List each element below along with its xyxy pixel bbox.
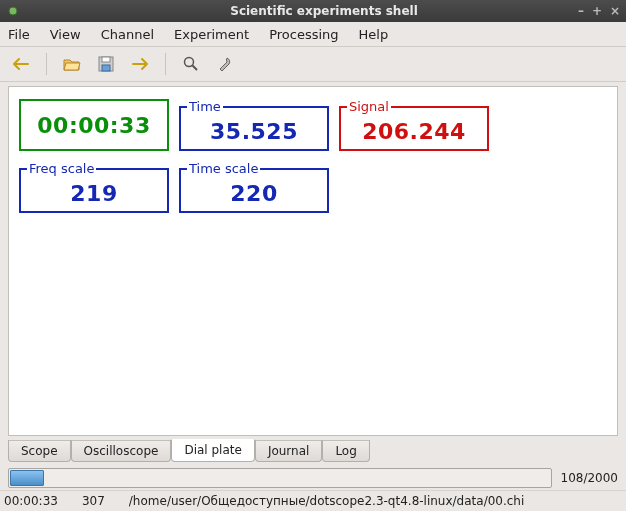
freq-scale-value: 219 (70, 181, 117, 206)
forward-button[interactable] (129, 53, 151, 75)
save-icon (98, 56, 114, 72)
status-time: 00:00:33 (4, 494, 58, 508)
zoom-button[interactable] (180, 53, 202, 75)
wrench-icon (217, 56, 233, 72)
menubar: File View Channel Experiment Processing … (0, 22, 626, 47)
titlebar: Scientific experiments shell – + × (0, 0, 626, 22)
freq-scale-readout: Freq scale 219 (19, 161, 169, 213)
menu-view[interactable]: View (50, 27, 81, 42)
svg-rect-2 (102, 57, 110, 62)
svg-point-4 (185, 58, 194, 67)
elapsed-readout: 00:00:33 (19, 99, 169, 151)
time-readout: Time 35.525 (179, 99, 329, 151)
timeline-thumb[interactable] (10, 470, 44, 486)
open-button[interactable] (61, 53, 83, 75)
tab-dial-plate[interactable]: Dial plate (171, 439, 254, 462)
svg-rect-3 (102, 65, 110, 71)
dial-plate-panel: 00:00:33 Time 35.525 Signal 206.244 Freq… (8, 86, 618, 435)
time-scale-value: 220 (230, 181, 277, 206)
timeline-scroll: 108/2000 (8, 466, 618, 490)
signal-readout: Signal 206.244 (339, 99, 489, 151)
signal-value: 206.244 (362, 119, 466, 144)
arrow-left-icon (12, 57, 30, 71)
time-label: Time (187, 99, 223, 114)
tab-journal[interactable]: Journal (255, 440, 323, 462)
menu-experiment[interactable]: Experiment (174, 27, 249, 42)
window-controls: – + × (578, 0, 620, 22)
statusbar: 00:00:33 307 /home/user/Общедоступные/do… (0, 490, 626, 511)
arrow-right-icon (131, 57, 149, 71)
close-button[interactable]: × (610, 4, 620, 18)
tab-scope[interactable]: Scope (8, 440, 71, 462)
status-path: /home/user/Общедоступные/dotscope2.3-qt4… (129, 494, 622, 508)
save-button[interactable] (95, 53, 117, 75)
app-icon (4, 5, 22, 17)
separator (165, 53, 166, 75)
app-window: Scientific experiments shell – + × File … (0, 0, 626, 511)
svg-line-5 (193, 66, 198, 71)
folder-open-icon (63, 56, 81, 72)
signal-label: Signal (347, 99, 391, 114)
magnifier-icon (183, 56, 199, 72)
elapsed-value: 00:00:33 (37, 113, 150, 138)
tab-log[interactable]: Log (322, 440, 369, 462)
freq-scale-label: Freq scale (27, 161, 96, 176)
tab-oscilloscope[interactable]: Oscilloscope (71, 440, 172, 462)
maximize-button[interactable]: + (592, 4, 602, 18)
tabbar: Scope Oscilloscope Dial plate Journal Lo… (8, 435, 618, 462)
status-count: 307 (82, 494, 105, 508)
time-scale-label: Time scale (187, 161, 260, 176)
menu-channel[interactable]: Channel (101, 27, 154, 42)
back-button[interactable] (10, 53, 32, 75)
menu-help[interactable]: Help (359, 27, 389, 42)
menu-processing[interactable]: Processing (269, 27, 338, 42)
toolbar (0, 47, 626, 82)
timeline-position: 108/2000 (558, 471, 618, 485)
menu-file[interactable]: File (8, 27, 30, 42)
time-scale-readout: Time scale 220 (179, 161, 329, 213)
timeline-track[interactable] (8, 468, 552, 488)
separator (46, 53, 47, 75)
time-value: 35.525 (210, 119, 298, 144)
tool-button[interactable] (214, 53, 236, 75)
svg-point-0 (9, 7, 17, 15)
window-title: Scientific experiments shell (22, 4, 626, 18)
minimize-button[interactable]: – (578, 4, 584, 18)
